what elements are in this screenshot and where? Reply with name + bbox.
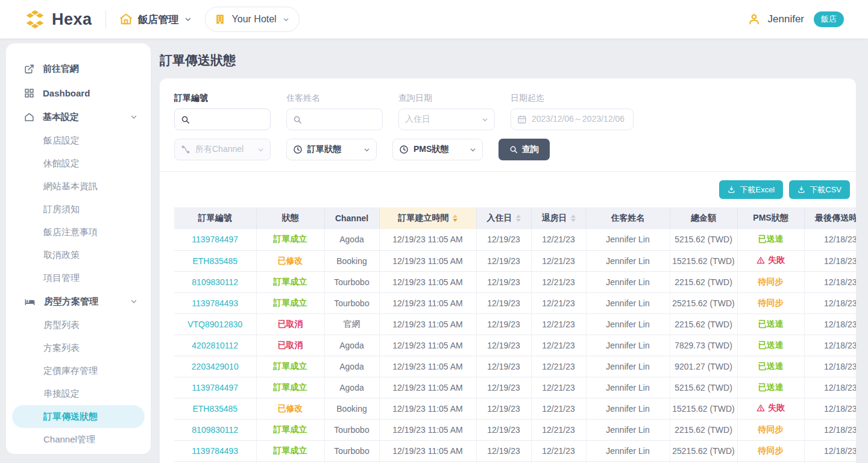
sidebar-subitem[interactable]: 飯店設定 xyxy=(12,129,145,152)
hotel-admin-icon xyxy=(119,13,133,26)
channel-select[interactable]: 所有Channel xyxy=(174,139,271,160)
date-range-placeholder: 2023/12/06～2023/12/06 xyxy=(532,114,627,125)
col-amount: 總金額 xyxy=(670,207,737,229)
clock-icon xyxy=(399,145,409,154)
sidebar-item-dashboard[interactable]: Dashboard xyxy=(12,81,145,105)
sidebar-subitem[interactable]: 串接設定 xyxy=(12,382,145,405)
col-check-in-sortable[interactable]: 入住日 xyxy=(476,207,531,229)
order-no-link[interactable]: 8109830112 xyxy=(174,419,256,440)
check-out-cell: 12/21/23 xyxy=(531,398,586,419)
hexa-logo[interactable]: Hexa xyxy=(24,8,92,30)
sort-icon xyxy=(453,215,458,222)
table-row: 8109830112訂單成立Tourbobo12/19/23 11:05 AM1… xyxy=(174,271,856,292)
table-row: ETH835485已修改Booking12/19/23 11:05 AM12/1… xyxy=(174,398,856,419)
order-no-link[interactable]: ETH835485 xyxy=(174,398,256,419)
order-no-link[interactable]: 8109830112 xyxy=(174,271,256,292)
sidebar-subitem[interactable]: 休館設定 xyxy=(12,152,145,175)
sidebar-item-label: Dashboard xyxy=(43,88,137,98)
pms-status-badge: 已送達 xyxy=(737,335,804,356)
last-sent-cell: 12/18/23 xyxy=(804,271,856,292)
last-sent-cell: 12/18/23 xyxy=(804,313,856,335)
filter-query-date: 查詢日期 入住日 xyxy=(398,93,495,130)
date-range-input[interactable]: 2023/12/06～2023/12/06 xyxy=(511,109,634,130)
sidebar-group-basic-settings[interactable]: 基本設定 xyxy=(12,105,145,129)
sidebar-subitem[interactable]: 房型列表 xyxy=(12,313,145,336)
pms-status-select[interactable]: PMS狀態 xyxy=(392,139,483,160)
chevron-down-icon xyxy=(130,298,137,305)
last-sent-cell: 12/18/23 xyxy=(804,356,856,377)
user-icon xyxy=(747,13,761,26)
order-no-link[interactable]: 1139784493 xyxy=(174,292,256,313)
sidebar-subitem[interactable]: 訂單傳送狀態 xyxy=(12,405,145,428)
amount-cell: 25215.62 (TWD) xyxy=(670,292,737,313)
last-sent-cell: 12/18/23 xyxy=(804,335,856,356)
check-out-cell: 12/21/23 xyxy=(531,440,586,461)
sidebar-group-label: 房型方案管理 xyxy=(44,296,122,307)
order-status-select[interactable]: 訂單狀態 xyxy=(286,139,377,160)
download-csv-label: 下載CSV xyxy=(810,184,841,195)
channel-cell: Agoda xyxy=(324,377,379,398)
table-row: 1139784493訂單成立Tourbobo12/19/23 11:05 AM1… xyxy=(174,440,856,461)
order-status-badge: 訂單成立 xyxy=(256,419,324,440)
building-icon xyxy=(214,13,226,25)
chevron-down-icon xyxy=(363,146,370,153)
sidebar-subitem[interactable]: 定價庫存管理 xyxy=(12,359,145,382)
sidebar-subitem[interactable]: Channel管理 xyxy=(12,428,145,451)
col-check-out-sortable[interactable]: 退房日 xyxy=(531,207,586,229)
channel-cell: Agoda xyxy=(324,229,379,250)
page-title: 訂單傳送狀態 xyxy=(160,52,856,69)
order-no-input[interactable] xyxy=(195,115,264,124)
sidebar-subitem[interactable]: 訂房須知 xyxy=(12,198,145,221)
pms-status-badge: 待同步 xyxy=(737,271,804,292)
hotel-selector[interactable]: Your Hotel xyxy=(205,7,300,32)
orders-table-wrap: 訂單編號 狀態 Channel 訂單建立時間 入住日 xyxy=(174,207,856,463)
guest-name-cell: Jennifer Lin xyxy=(586,356,670,377)
nav-hotel-admin-label: 飯店管理 xyxy=(138,13,179,27)
search-button[interactable]: 查詢 xyxy=(498,139,550,160)
col-order-no: 訂單編號 xyxy=(174,207,256,229)
check-in-cell: 12/19/23 xyxy=(476,419,531,440)
check-out-cell: 12/21/23 xyxy=(531,292,586,313)
query-date-select[interactable]: 入住日 xyxy=(398,109,495,130)
sidebar-subitem[interactable]: 取消政策 xyxy=(12,244,145,266)
last-sent-cell: 12/18/23 xyxy=(804,292,856,313)
sidebar-group-room-plan[interactable]: 房型方案管理 xyxy=(12,289,145,313)
order-no-link[interactable]: 2203429010 xyxy=(174,356,256,377)
check-in-cell: 12/19/23 xyxy=(476,271,531,292)
pms-status-badge: 待同步 xyxy=(737,440,804,461)
order-no-link[interactable]: ETH835485 xyxy=(174,250,256,271)
order-no-link[interactable]: 4202810112 xyxy=(174,335,256,356)
order-no-link[interactable]: 1139784493 xyxy=(174,440,256,461)
download-csv-button[interactable]: 下載CSV xyxy=(789,180,850,199)
amount-cell: 2215.62 (TWD) xyxy=(670,419,737,440)
order-no-link[interactable]: 1139784497 xyxy=(174,229,256,250)
sidebar-item-official-site[interactable]: 前往官網 xyxy=(12,57,145,81)
order-no-link[interactable]: VTQ89012830 xyxy=(174,313,256,335)
table-row: ETH835485已修改Booking12/19/23 11:05 AM12/1… xyxy=(174,250,856,271)
order-status-badge: 訂單成立 xyxy=(256,229,324,250)
sidebar-subitem[interactable]: 項目管理 xyxy=(12,266,145,289)
nav-hotel-admin[interactable]: 飯店管理 xyxy=(119,13,192,27)
created-at-cell: 12/19/23 11:05 AM xyxy=(379,356,476,377)
download-excel-button[interactable]: 下載Excel xyxy=(719,180,783,199)
sidebar-subitem[interactable]: 飯店注意事項 xyxy=(12,221,145,244)
sidebar-item-label: 前往官網 xyxy=(43,63,137,75)
sidebar-subitem[interactable]: 方案列表 xyxy=(12,336,145,359)
last-sent-cell: 12/18/23 xyxy=(804,440,856,461)
check-in-cell: 12/19/23 xyxy=(476,398,531,419)
channel-cell: Agoda xyxy=(324,335,379,356)
col-created-at-sortable[interactable]: 訂單建立時間 xyxy=(379,207,476,229)
channel-cell: Tourbobo xyxy=(324,292,379,313)
created-at-cell: 12/19/23 11:05 AM xyxy=(379,335,476,356)
table-row: 8109830112訂單成立Tourbobo12/19/23 11:05 AM1… xyxy=(174,419,856,440)
user-menu[interactable]: Jennifer 飯店 xyxy=(747,11,844,27)
sidebar-subitem[interactable]: 網站基本資訊 xyxy=(12,175,145,198)
amount-cell: 25215.62 (TWD) xyxy=(670,440,737,461)
check-out-cell: 12/21/23 xyxy=(531,335,586,356)
pms-status-badge: 待同步 xyxy=(737,419,804,440)
guest-name-cell: Jennifer Lin xyxy=(586,419,670,440)
last-sent-cell: 12/18/23 xyxy=(804,377,856,398)
order-no-link[interactable]: 1139784497 xyxy=(174,377,256,398)
check-out-cell: 12/21/23 xyxy=(531,419,586,440)
guest-name-input[interactable] xyxy=(307,115,376,124)
